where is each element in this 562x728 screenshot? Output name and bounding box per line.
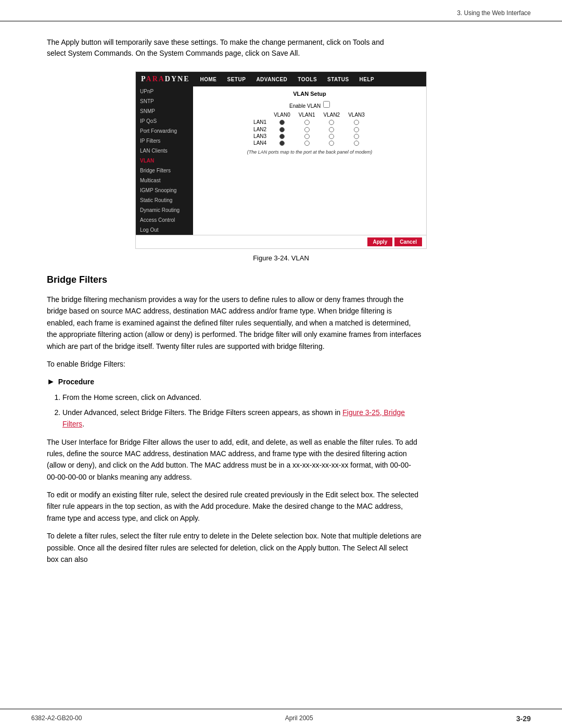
procedure-arrow-icon: ►	[47, 377, 55, 386]
page-header: 3. Using the Web Interface	[0, 0, 562, 21]
lan2-vlan2[interactable]	[320, 125, 344, 132]
sidebar-upnp[interactable]: UPnP	[136, 86, 193, 96]
nav-tools[interactable]: TOOLS	[292, 73, 322, 85]
sidebar-bridge-filters[interactable]: Bridge Filters	[136, 166, 193, 175]
vlan-enable-row: Enable VLAN	[199, 101, 420, 109]
step-1-text: From the Home screen, click on Advanced.	[62, 393, 201, 401]
lan3-vlan2[interactable]	[320, 133, 344, 140]
procedure-list: From the Home screen, click on Advanced.…	[62, 392, 515, 430]
router-sidebar: UPnP SNTP SNMP IP QoS Port Forwarding IP…	[136, 86, 193, 235]
router-main-panel: VLAN Setup Enable VLAN VLAN0 VLAN1 VLAN2	[193, 86, 426, 235]
lan3-vlan3[interactable]	[344, 133, 369, 140]
lan1-vlan2[interactable]	[320, 119, 344, 125]
nav-help[interactable]: HELP	[354, 73, 380, 85]
col-vlan1: VLAN1	[295, 111, 320, 119]
lan4-label: LAN4	[250, 140, 270, 146]
bridge-filters-para3: The User Interface for Bridge Filter all…	[47, 436, 422, 483]
panel-title: VLAN Setup	[199, 91, 420, 97]
page-number: 3-29	[516, 714, 531, 723]
bridge-filters-heading: Bridge Filters	[47, 274, 515, 285]
vlan-table: VLAN0 VLAN1 VLAN2 VLAN3 LAN1	[250, 111, 369, 146]
router-ui: PARADYNE HOME SETUP ADVANCED TOOLS STATU…	[135, 71, 427, 249]
header-text: 3. Using the Web Interface	[457, 9, 531, 17]
bridge-filters-link[interactable]: Figure 3-25, Bridge Filters	[62, 408, 405, 428]
sidebar-port-forwarding[interactable]: Port Forwarding	[136, 126, 193, 136]
procedure-step-1: From the Home screen, click on Advanced.	[62, 392, 416, 403]
lan3-label: LAN3	[250, 133, 270, 140]
lan1-vlan3[interactable]	[344, 119, 369, 125]
lan4-vlan0[interactable]	[270, 140, 295, 146]
sidebar-log-out[interactable]: Log Out	[136, 225, 193, 235]
lan2-vlan0[interactable]	[270, 125, 295, 132]
bridge-filters-para1: The bridge filtering mechanism provides …	[47, 294, 422, 352]
cancel-button[interactable]: Cancel	[394, 237, 422, 246]
table-row: LAN4	[250, 140, 369, 146]
bridge-filters-para2: To enable Bridge Filters:	[47, 358, 422, 370]
col-vlan0: VLAN0	[270, 111, 295, 119]
router-navbar: PARADYNE HOME SETUP ADVANCED TOOLS STATU…	[136, 72, 426, 86]
logo-text: PARADYNE	[141, 75, 190, 83]
sidebar-lan-clients[interactable]: LAN Clients	[136, 146, 193, 156]
figure-caption: Figure 3-24. VLAN	[47, 254, 515, 262]
sidebar-snmp[interactable]: SNMP	[136, 106, 193, 116]
table-row: LAN2	[250, 125, 369, 132]
lan1-label: LAN1	[250, 119, 270, 125]
sidebar-static-routing[interactable]: Static Routing	[136, 195, 193, 205]
router-footer: Apply Cancel	[136, 235, 426, 248]
lan2-vlan3[interactable]	[344, 125, 369, 132]
col-lan-header	[250, 111, 270, 119]
table-row: LAN1	[250, 119, 369, 125]
nav-advanced[interactable]: ADVANCED	[251, 73, 292, 85]
enable-vlan-checkbox[interactable]	[323, 101, 330, 108]
sidebar-sntp[interactable]: SNTP	[136, 96, 193, 106]
procedure-step-2: Under Advanced, select Bridge Filters. T…	[62, 407, 416, 430]
footer-center: April 2005	[285, 714, 313, 723]
procedure-label: Procedure	[58, 378, 94, 386]
sidebar-ip-filters[interactable]: IP Filters	[136, 136, 193, 146]
lan1-vlan0[interactable]	[270, 119, 295, 125]
procedure-header: ► Procedure	[47, 377, 515, 386]
footer-left: 6382-A2-GB20-00	[31, 714, 82, 723]
nav-home[interactable]: HOME	[195, 73, 222, 85]
lan1-vlan1[interactable]	[295, 119, 320, 125]
nav-items: HOME SETUP ADVANCED TOOLS STATUS HELP	[195, 73, 426, 85]
col-vlan3: VLAN3	[344, 111, 369, 119]
screenshot-container: PARADYNE HOME SETUP ADVANCED TOOLS STATU…	[135, 71, 427, 249]
sidebar-ipqos[interactable]: IP QoS	[136, 116, 193, 126]
sidebar-access-control[interactable]: Access Control	[136, 215, 193, 225]
bridge-filters-para5: To delete a filter rules, select the fil…	[47, 530, 422, 565]
intro-paragraph: The Apply button will temporarily save t…	[47, 37, 401, 59]
nav-status[interactable]: STATUS	[322, 73, 354, 85]
col-vlan2: VLAN2	[320, 111, 344, 119]
lan2-vlan1[interactable]	[295, 125, 320, 132]
bridge-filters-para4: To edit or modify an existing filter rul…	[47, 489, 422, 524]
lan2-label: LAN2	[250, 125, 270, 132]
sidebar-multicast[interactable]: Multicast	[136, 175, 193, 185]
sidebar-dynamic-routing[interactable]: Dynamic Routing	[136, 205, 193, 215]
sidebar-vlan[interactable]: VLAN	[136, 156, 193, 166]
lan3-vlan0[interactable]	[270, 133, 295, 140]
apply-button[interactable]: Apply	[367, 237, 392, 246]
lan4-vlan1[interactable]	[295, 140, 320, 146]
enable-vlan-label: Enable VLAN	[289, 103, 321, 109]
page-footer: 6382-A2-GB20-00 April 2005 3-29	[0, 709, 562, 728]
table-row: LAN3	[250, 133, 369, 140]
vlan-note: (The LAN ports map to the port at the ba…	[199, 149, 420, 155]
sidebar-igmp-snooping[interactable]: IGMP Snooping	[136, 185, 193, 195]
nav-setup[interactable]: SETUP	[222, 73, 251, 85]
lan4-vlan2[interactable]	[320, 140, 344, 146]
lan3-vlan1[interactable]	[295, 133, 320, 140]
router-logo: PARADYNE	[136, 72, 195, 86]
router-body: UPnP SNTP SNMP IP QoS Port Forwarding IP…	[136, 86, 426, 235]
lan4-vlan3[interactable]	[344, 140, 369, 146]
